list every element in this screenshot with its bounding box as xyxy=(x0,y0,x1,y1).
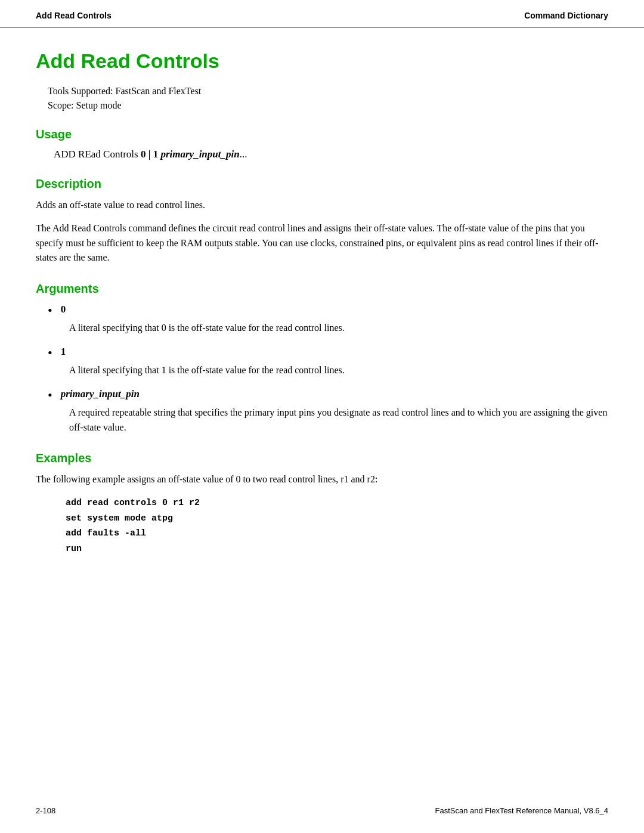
description-para2: The Add Read Controls command defines th… xyxy=(36,221,608,265)
argument-desc-0: A literal specifying that 0 is the off-s… xyxy=(48,321,608,336)
code-line-4: run xyxy=(66,541,608,557)
bullet-1: • xyxy=(48,346,52,360)
bullet-0: • xyxy=(48,304,52,317)
code-line-3: add faults -all xyxy=(66,526,608,541)
meta-scope: Scope: Setup mode xyxy=(36,100,608,111)
page-footer: 2-108 FastScan and FlexTest Reference Ma… xyxy=(0,806,644,815)
code-block: add read controls 0 r1 r2 set system mod… xyxy=(36,496,608,556)
description-para1: Adds an off-state value to read control … xyxy=(36,198,608,213)
section-heading-description: Description xyxy=(36,177,608,191)
footer-left: 2-108 xyxy=(36,806,55,815)
argument-label-1: 1 xyxy=(61,345,66,358)
meta-tools: Tools Supported: FastScan and FlexTest xyxy=(36,86,608,97)
code-line-2: set system mode atpg xyxy=(66,511,608,527)
argument-item-0: • 0 A literal specifying that 0 is the o… xyxy=(48,303,608,336)
page-header: Add Read Controls Command Dictionary xyxy=(0,0,644,28)
argument-item-pip: • primary_input_pin A required repeatabl… xyxy=(48,388,608,435)
argument-label-pip: primary_input_pin xyxy=(61,388,140,401)
section-heading-usage: Usage xyxy=(36,128,608,141)
main-content: Add Read Controls Tools Supported: FastS… xyxy=(0,49,644,600)
footer-right: FastScan and FlexTest Reference Manual, … xyxy=(435,806,609,815)
page-title: Add Read Controls xyxy=(36,49,608,73)
usage-arg: primary_input_pin xyxy=(158,148,240,160)
section-heading-arguments: Arguments xyxy=(36,282,608,296)
section-heading-examples: Examples xyxy=(36,451,608,465)
usage-options: 0 | 1 xyxy=(141,148,158,160)
page: Add Read Controls Command Dictionary Add… xyxy=(0,0,644,833)
bullet-pip: • xyxy=(48,389,52,402)
arguments-list: • 0 A literal specifying that 0 is the o… xyxy=(48,303,608,435)
code-line-1: add read controls 0 r1 r2 xyxy=(66,496,608,511)
usage-line: ADD REad Controls 0 | 1 primary_input_pi… xyxy=(36,148,608,160)
example-para: The following example assigns an off-sta… xyxy=(36,472,608,487)
argument-desc-pip: A required repeatable string that specif… xyxy=(48,405,608,435)
bullet-row-1: • 1 xyxy=(48,345,608,360)
argument-label-0: 0 xyxy=(61,303,66,316)
bullet-row-pip: • primary_input_pin xyxy=(48,388,608,402)
argument-desc-1: A literal specifying that 1 is the off-s… xyxy=(48,363,608,378)
header-left: Add Read Controls xyxy=(36,11,112,20)
usage-suffix: ... xyxy=(240,148,247,160)
usage-prefix: ADD REad Controls xyxy=(54,148,141,160)
argument-item-1: • 1 A literal specifying that 1 is the o… xyxy=(48,345,608,378)
header-right: Command Dictionary xyxy=(524,11,608,20)
bullet-row-0: • 0 xyxy=(48,303,608,317)
